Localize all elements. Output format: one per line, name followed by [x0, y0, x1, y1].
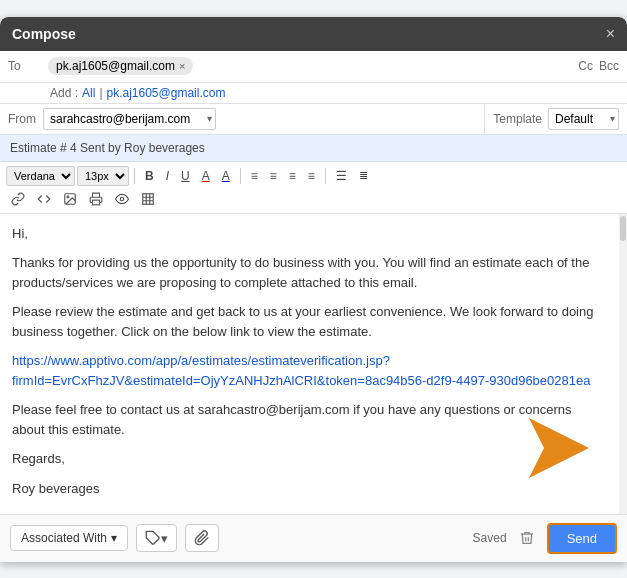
- italic-button[interactable]: I: [161, 166, 174, 186]
- to-label: To: [8, 59, 48, 73]
- align-center-button[interactable]: ≡: [265, 166, 282, 186]
- template-select-wrapper: Default ▾: [548, 108, 619, 130]
- template-label: Template: [493, 112, 542, 126]
- svg-marker-9: [529, 418, 589, 478]
- cc-bcc-links: Cc Bcc: [578, 59, 619, 73]
- chip-close-icon[interactable]: ×: [179, 60, 185, 72]
- image-button[interactable]: [58, 189, 82, 209]
- preview-button[interactable]: [110, 189, 134, 209]
- svg-point-3: [120, 197, 124, 201]
- svg-rect-2: [93, 200, 100, 205]
- from-select[interactable]: sarahcastro@berijam.com: [43, 108, 216, 130]
- add-line: Add : All | pk.aj1605@gmail.com: [0, 83, 627, 104]
- add-recipient-link[interactable]: pk.aj1605@gmail.com: [107, 86, 226, 100]
- compose-window: Compose × To pk.aj1605@gmail.com × Cc Bc…: [0, 17, 627, 562]
- compose-title: Compose: [12, 26, 76, 42]
- attach-button[interactable]: [185, 524, 219, 552]
- recipient-chip: pk.aj1605@gmail.com ×: [48, 57, 193, 75]
- arrow-indicator: [529, 418, 589, 484]
- estimate-link[interactable]: https://www.apptivo.com/app/a/estimates/…: [12, 353, 590, 388]
- add-all-link[interactable]: All: [82, 86, 95, 100]
- editor-name: Roy beverages: [12, 479, 607, 499]
- list-ul-button[interactable]: ☰: [331, 166, 352, 186]
- compose-footer: Associated With ▾ ▾ Saved Send: [0, 514, 627, 562]
- list-ol-button[interactable]: ≣: [354, 166, 373, 185]
- compose-header: Compose ×: [0, 17, 627, 51]
- estimate-banner: Estimate # 4 Sent by Roy beverages: [0, 135, 627, 162]
- align-left-button[interactable]: ≡: [246, 166, 263, 186]
- add-separator: |: [99, 86, 102, 100]
- tag-chevron: ▾: [161, 531, 168, 546]
- svg-rect-4: [143, 193, 154, 204]
- from-template-row: From sarahcastro@berijam.com ▾ Template …: [0, 104, 627, 135]
- cc-link[interactable]: Cc: [578, 59, 593, 73]
- editor-para3: Please feel free to contact us at sarahc…: [12, 400, 607, 439]
- toolbar-separator-1: [134, 168, 135, 184]
- align-right-button[interactable]: ≡: [284, 166, 301, 186]
- from-section: From sarahcastro@berijam.com ▾: [0, 104, 484, 134]
- editor-para1: Thanks for providing us the opportunity …: [12, 253, 607, 292]
- underline-button[interactable]: U: [176, 166, 195, 186]
- editor-para2: Please review the estimate and get back …: [12, 302, 607, 341]
- saved-label: Saved: [473, 531, 507, 545]
- font-color-icon: A: [202, 169, 210, 183]
- bcc-link[interactable]: Bcc: [599, 59, 619, 73]
- highlight-icon: A: [222, 169, 230, 183]
- scrollbar[interactable]: [619, 214, 627, 514]
- toolbar-separator-2: [240, 168, 241, 184]
- editor-regards: Regards,: [12, 449, 607, 469]
- editor-link: https://www.apptivo.com/app/a/estimates/…: [12, 351, 607, 390]
- associated-with-chevron: ▾: [111, 531, 117, 545]
- highlight-button[interactable]: A: [217, 166, 235, 186]
- toolbar-row2: [6, 189, 621, 209]
- recipient-email: pk.aj1605@gmail.com: [56, 59, 175, 73]
- link-button[interactable]: [6, 189, 30, 209]
- scrollbar-thumb: [620, 216, 626, 241]
- font-size-select[interactable]: 13px: [77, 166, 129, 186]
- template-section: Template Default ▾: [484, 104, 627, 134]
- from-select-wrapper: sarahcastro@berijam.com ▾: [43, 108, 216, 130]
- font-family-select[interactable]: Verdana: [6, 166, 75, 186]
- add-label: Add :: [50, 86, 78, 100]
- editor-scroll-container: Hi, Thanks for providing us the opportun…: [0, 214, 627, 514]
- to-field: To pk.aj1605@gmail.com × Cc Bcc: [0, 51, 627, 83]
- toolbar-separator-3: [325, 168, 326, 184]
- table-button[interactable]: [136, 189, 160, 209]
- close-icon[interactable]: ×: [606, 25, 615, 43]
- template-select[interactable]: Default: [548, 108, 619, 130]
- bold-button[interactable]: B: [140, 166, 159, 186]
- font-color-button[interactable]: A: [197, 166, 215, 186]
- tag-button[interactable]: ▾: [136, 524, 177, 552]
- toolbar-row1: Verdana 13px B I U A A ≡ ≡ ≡ ≡ ☰ ≣: [6, 166, 621, 186]
- justify-button[interactable]: ≡: [303, 166, 320, 186]
- estimate-text: Estimate # 4 Sent by Roy beverages: [10, 141, 205, 155]
- print-button[interactable]: [84, 189, 108, 209]
- svg-point-1: [67, 196, 69, 198]
- associated-with-button[interactable]: Associated With ▾: [10, 525, 128, 551]
- delete-button[interactable]: [515, 526, 539, 550]
- editor-greeting: Hi,: [12, 224, 607, 244]
- editor-toolbar: Verdana 13px B I U A A ≡ ≡ ≡ ≡ ☰ ≣: [0, 162, 627, 214]
- editor-body[interactable]: Hi, Thanks for providing us the opportun…: [0, 214, 619, 514]
- send-button[interactable]: Send: [547, 523, 617, 554]
- associated-with-label: Associated With: [21, 531, 107, 545]
- from-label: From: [8, 112, 43, 126]
- code-button[interactable]: [32, 189, 56, 209]
